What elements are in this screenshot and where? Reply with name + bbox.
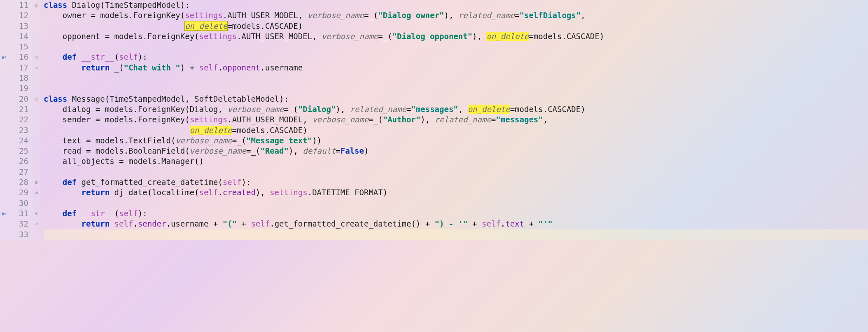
highlighted-on-delete: on_delete <box>468 105 510 114</box>
line-number[interactable]: 24 <box>0 136 28 146</box>
line-number[interactable]: ◉↑16 <box>0 52 28 62</box>
line-number[interactable]: 22 <box>0 115 28 125</box>
line-number[interactable]: 21 <box>0 104 28 115</box>
code-line[interactable]: def __str__(self): <box>44 208 868 219</box>
code-line[interactable]: def get_formatted_create_datetime(self): <box>44 177 868 187</box>
code-line[interactable]: return self.sender.username + "(" + self… <box>44 219 868 229</box>
line-number[interactable]: 23 <box>0 125 28 136</box>
override-marker-icon[interactable]: ◉↑ <box>2 208 7 219</box>
code-line[interactable] <box>44 73 868 83</box>
code-line[interactable]: on_delete=models.CASCADE) <box>44 21 868 31</box>
code-line[interactable] <box>44 42 868 52</box>
line-number[interactable]: 30 <box>0 198 28 208</box>
code-line[interactable]: def __str__(self): <box>44 52 868 62</box>
highlighted-on-delete: on_delete <box>185 21 227 30</box>
code-line[interactable]: text = models.TextField(verbose_name=_("… <box>44 136 868 146</box>
fold-toggle[interactable]: ⊟ <box>32 52 40 62</box>
line-number[interactable]: 17 <box>0 63 28 73</box>
code-line[interactable]: on_delete=models.CASCADE) <box>44 125 868 136</box>
fold-toggle[interactable]: ⊟ <box>32 208 40 219</box>
code-line[interactable]: sender = models.ForeignKey(settings.AUTH… <box>44 115 868 125</box>
fold-toggle[interactable]: ⊟ <box>32 177 40 187</box>
line-number[interactable]: 14 <box>0 31 28 42</box>
line-number[interactable]: 26 <box>0 156 28 166</box>
code-line[interactable]: read = models.BooleanField(verbose_name=… <box>44 146 868 156</box>
line-number[interactable]: 28 <box>0 177 28 187</box>
line-number-gutter: 11 12 13 14 15 ◉↑16 17 18 19 20 21 22 23… <box>0 0 32 240</box>
fold-toggle[interactable]: ⊟ <box>32 94 40 104</box>
line-number[interactable]: 33 <box>0 229 28 240</box>
override-marker-icon[interactable]: ◉↑ <box>2 52 7 62</box>
fold-end: ⊿ <box>32 219 40 229</box>
code-line[interactable] <box>44 167 868 177</box>
line-number[interactable]: 29 <box>0 187 28 198</box>
line-number[interactable]: 13 <box>0 21 28 31</box>
line-number[interactable]: 18 <box>0 73 28 83</box>
line-number[interactable]: 12 <box>0 10 28 21</box>
line-number[interactable]: ◉↑31 <box>0 208 28 219</box>
code-editor[interactable]: 11 12 13 14 15 ◉↑16 17 18 19 20 21 22 23… <box>0 0 868 240</box>
line-number[interactable]: 25 <box>0 146 28 156</box>
code-line[interactable]: class Dialog(TimeStampedModel): <box>44 0 868 10</box>
line-number[interactable]: 20 <box>0 94 28 104</box>
code-line[interactable]: dialog = models.ForeignKey(Dialog, verbo… <box>44 104 868 115</box>
code-line-current[interactable] <box>44 229 868 240</box>
line-number[interactable]: 11 <box>0 0 28 10</box>
code-line[interactable]: opponent = models.ForeignKey(settings.AU… <box>44 31 868 42</box>
fold-toggle[interactable]: ⊟ <box>32 0 40 10</box>
line-number[interactable]: 19 <box>0 83 28 94</box>
fold-gutter: ⊟ ⊟ ⊿ ⊟ ⊟ ⊿ ⊟ ⊿ <box>32 0 40 240</box>
fold-end: ⊿ <box>32 63 40 73</box>
code-area[interactable]: class Dialog(TimeStampedModel): owner = … <box>40 0 868 240</box>
code-line[interactable] <box>44 198 868 208</box>
line-number[interactable]: 15 <box>0 42 28 52</box>
code-line[interactable]: return dj_date(localtime(self.created), … <box>44 187 868 198</box>
code-line[interactable]: owner = models.ForeignKey(settings.AUTH_… <box>44 10 868 21</box>
code-line[interactable]: return _("Chat with ") + self.opponent.u… <box>44 63 868 73</box>
highlighted-on-delete: on_delete <box>486 32 529 41</box>
code-line[interactable]: all_objects = models.Manager() <box>44 156 868 166</box>
fold-end: ⊿ <box>32 187 40 198</box>
line-number[interactable]: 27 <box>0 167 28 177</box>
code-line[interactable] <box>44 83 868 94</box>
code-line[interactable]: class Message(TimeStampedModel, SoftDele… <box>44 94 868 104</box>
line-number[interactable]: 32 <box>0 219 28 229</box>
highlighted-on-delete: on_delete <box>190 126 232 135</box>
